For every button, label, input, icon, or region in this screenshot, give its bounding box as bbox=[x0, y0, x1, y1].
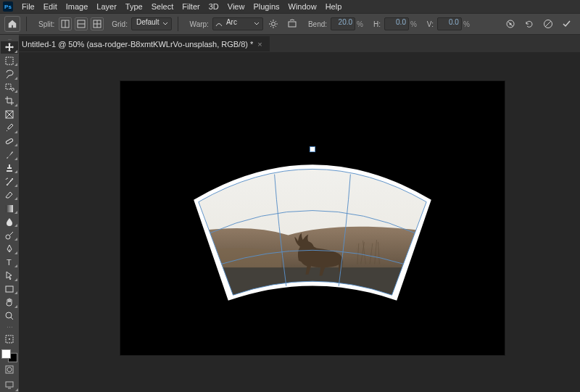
crop-tool[interactable] bbox=[1, 95, 18, 107]
divider bbox=[26, 17, 27, 31]
warp-select-value: Arc bbox=[226, 18, 237, 26]
split-vertical-icon bbox=[61, 20, 70, 28]
warp-handle-top[interactable] bbox=[310, 146, 315, 152]
cancel-icon bbox=[543, 19, 553, 29]
menu-edit[interactable]: Edit bbox=[39, 2, 62, 11]
stamp-tool[interactable] bbox=[1, 162, 18, 175]
dodge-tool[interactable] bbox=[1, 229, 18, 241]
v-label: V: bbox=[427, 20, 434, 28]
blur-tool[interactable] bbox=[1, 216, 18, 228]
move-tool[interactable] bbox=[1, 41, 18, 54]
brush-tool[interactable] bbox=[1, 149, 18, 161]
toolbar-more[interactable]: ⋯ bbox=[7, 324, 13, 331]
history-brush-tool[interactable] bbox=[1, 175, 18, 188]
edit-toolbar-button[interactable] bbox=[1, 333, 18, 346]
crop-icon bbox=[4, 96, 14, 106]
menu-image[interactable]: Image bbox=[62, 2, 93, 11]
arc-icon bbox=[215, 20, 223, 28]
menu-help[interactable]: Help bbox=[321, 2, 347, 11]
split-vertical-button[interactable] bbox=[59, 17, 72, 30]
split-horizontal-icon bbox=[77, 20, 86, 28]
svg-rect-27 bbox=[6, 138, 14, 144]
document-tab[interactable]: Untitled-1 @ 50% (asa-rodger-B8xmtKWLrVo… bbox=[14, 36, 270, 51]
svg-line-14 bbox=[270, 26, 271, 27]
hand-tool[interactable] bbox=[1, 296, 18, 309]
bandage-icon bbox=[4, 136, 14, 146]
lasso-icon bbox=[4, 69, 14, 79]
gear-icon bbox=[268, 19, 278, 29]
v-unit: % bbox=[463, 20, 470, 28]
stamp-icon bbox=[4, 163, 14, 173]
warp-orientation-button[interactable] bbox=[285, 17, 299, 31]
svg-line-34 bbox=[11, 317, 13, 320]
reference-point-button[interactable] bbox=[503, 17, 518, 31]
menu-plugins[interactable]: Plugins bbox=[249, 2, 283, 11]
canvas[interactable] bbox=[120, 81, 505, 355]
warp-transform[interactable] bbox=[178, 154, 447, 299]
svg-point-7 bbox=[271, 22, 275, 26]
frame-tool[interactable] bbox=[1, 109, 18, 121]
split-cross-button[interactable] bbox=[91, 17, 104, 30]
tools-panel: ┄ T ⋯ bbox=[0, 35, 19, 392]
shape-tool[interactable] bbox=[1, 283, 18, 296]
svg-point-29 bbox=[6, 235, 10, 239]
menu-window[interactable]: Window bbox=[284, 2, 321, 11]
bend-unit: % bbox=[357, 20, 363, 28]
commit-button[interactable] bbox=[560, 17, 574, 31]
svg-line-15 bbox=[276, 21, 276, 22]
reset-button[interactable] bbox=[522, 17, 536, 31]
svg-line-13 bbox=[276, 26, 276, 27]
eraser-tool[interactable] bbox=[1, 189, 18, 201]
split-cross-icon bbox=[93, 20, 102, 28]
eyedropper-tool[interactable] bbox=[1, 122, 18, 134]
marquee-icon bbox=[4, 56, 14, 66]
home-button[interactable] bbox=[4, 16, 20, 32]
grid-select[interactable]: Default bbox=[131, 17, 172, 30]
document-tab-title: Untitled-1 @ 50% (asa-rodger-B8xmtKWLrVo… bbox=[22, 40, 253, 49]
orientation-icon bbox=[287, 19, 297, 29]
warp-select[interactable]: Arc bbox=[212, 17, 263, 30]
bend-field[interactable]: 20.0 bbox=[331, 17, 355, 30]
undo-icon bbox=[524, 19, 534, 29]
selection-icon bbox=[4, 83, 14, 93]
marquee-tool[interactable] bbox=[1, 55, 18, 67]
menu-bar: Ps File Edit Image Layer Type Select Fil… bbox=[0, 0, 580, 13]
healing-tool[interactable] bbox=[1, 135, 18, 148]
lasso-tool[interactable] bbox=[1, 68, 18, 80]
selection-tool[interactable] bbox=[1, 82, 18, 94]
menu-3d[interactable]: 3D bbox=[204, 2, 223, 11]
type-tool[interactable]: T bbox=[1, 257, 18, 269]
svg-line-21 bbox=[545, 21, 551, 27]
menu-type[interactable]: Type bbox=[121, 2, 147, 11]
pen-tool[interactable] bbox=[1, 243, 18, 255]
history-brush-icon bbox=[4, 177, 14, 187]
quick-mask-icon bbox=[4, 364, 14, 375]
workspace bbox=[19, 52, 580, 392]
path-selection-tool[interactable] bbox=[1, 270, 18, 282]
close-icon[interactable]: × bbox=[257, 40, 262, 49]
menu-file[interactable]: File bbox=[17, 2, 39, 11]
divider bbox=[178, 17, 178, 31]
reference-point-icon bbox=[505, 18, 516, 30]
zoom-tool[interactable] bbox=[1, 310, 18, 322]
pen-icon bbox=[4, 243, 14, 254]
menu-layer[interactable]: Layer bbox=[92, 2, 121, 11]
screen-mode-button[interactable] bbox=[1, 378, 18, 391]
warp-settings-button[interactable] bbox=[266, 17, 281, 31]
menu-filter[interactable]: Filter bbox=[178, 2, 204, 11]
gradient-tool[interactable] bbox=[1, 202, 18, 214]
cancel-button[interactable] bbox=[541, 17, 555, 31]
h-field[interactable]: 0.0 bbox=[384, 17, 409, 30]
quick-mask-button[interactable] bbox=[1, 364, 18, 376]
split-horizontal-button[interactable] bbox=[75, 17, 88, 30]
foreground-swatch[interactable] bbox=[1, 349, 11, 359]
menu-select[interactable]: Select bbox=[147, 2, 178, 11]
color-swatches[interactable] bbox=[1, 349, 17, 362]
v-field[interactable]: 0.0 bbox=[437, 17, 462, 30]
drag-handle[interactable]: ┄ bbox=[8, 36, 12, 41]
svg-rect-22 bbox=[6, 57, 13, 64]
grid-select-value: Default bbox=[136, 18, 160, 26]
dodge-icon bbox=[4, 230, 14, 241]
menu-view[interactable]: View bbox=[223, 2, 249, 11]
h-unit: % bbox=[410, 20, 417, 28]
